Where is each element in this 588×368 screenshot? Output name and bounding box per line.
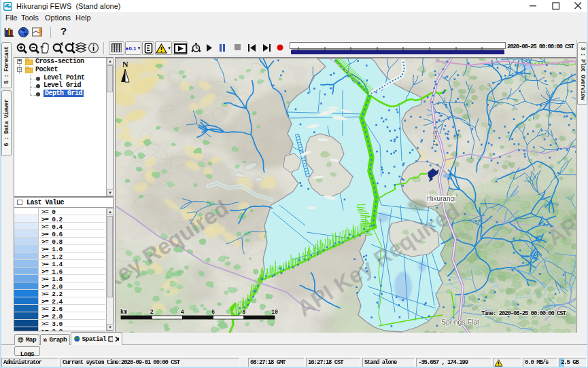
svg-text:4: 4: [181, 309, 184, 316]
svg-text:2: 2: [150, 309, 154, 316]
svg-text:Hikurangi: Hikurangi: [427, 195, 455, 202]
svg-text:N: N: [122, 60, 128, 69]
svg-text:Time: 2020-08-25 00:00:00 CST: Time: 2020-08-25 00:00:00 CST: [481, 310, 567, 317]
svg-text:km: km: [120, 309, 127, 316]
svg-text:8: 8: [242, 309, 245, 316]
svg-text:Springs Flat: Springs Flat: [441, 318, 479, 326]
svg-text:SH 1: SH 1: [432, 130, 438, 147]
svg-text:10: 10: [271, 309, 278, 316]
svg-text:6: 6: [211, 309, 215, 316]
